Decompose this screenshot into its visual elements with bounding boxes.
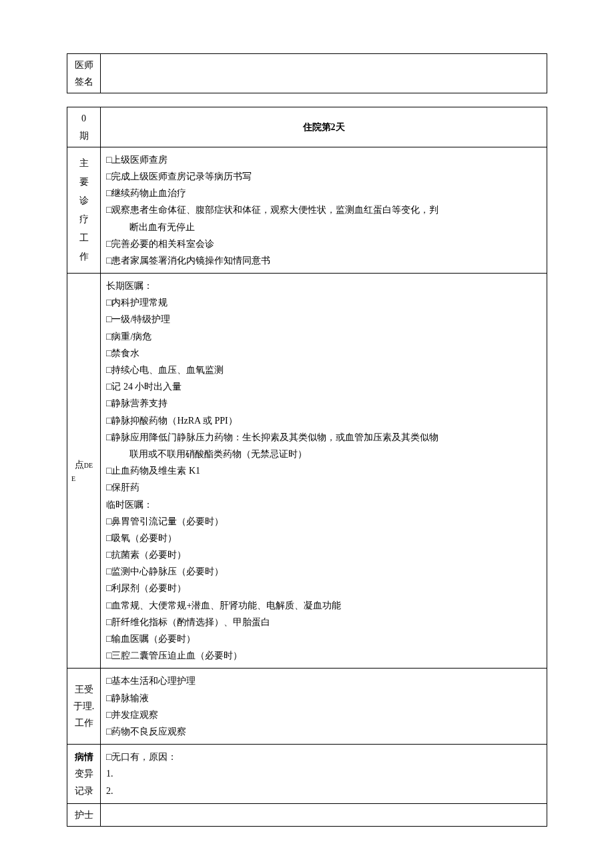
order-item: □禁食水 [106,345,541,362]
day-number: 2 [331,122,336,132]
order-item: □吸氧（必要时） [106,530,541,546]
doctor-signature-cell [101,54,547,93]
order-item: □保肝药 [106,479,541,496]
variance-label-cell: 病情 变异 记录 [67,745,101,804]
nursing-item: □静脉输液 [106,690,541,707]
date-label-cell: 0 期 [67,107,101,147]
variance-label-bold: 病情 [75,752,93,762]
nursing-item: □并发症观察 [106,707,541,723]
nurse-content-cell [101,803,547,826]
work-item: □观察患者生命体征、腹部症状和体征，观察大便性状，监测血红蛋白等变化，判 [106,201,541,218]
temp-header: 临时医嘱： [106,496,541,513]
order-item: □输血医嘱（必要时） [106,630,541,647]
doctor-signature-label: 医师 签名 [67,54,101,93]
nursing-item: □基本生活和心理护理 [106,673,541,689]
work-item: □继续药物止血治疗 [106,185,541,201]
nursing-item: □药物不良反应观察 [106,723,541,740]
day2-table: 0 期 住院第2天 主要诊疗工作 □上级医师查房 □完成上级医师查房记录等病历书… [67,107,547,827]
order-item: □持续心电、血压、血氧监测 [106,362,541,378]
work-item: □患者家属签署消化内镜操作知情同意书 [106,252,541,269]
order-item-indent: 联用或不联用硝酸酯类药物（无禁忌证时） [106,446,541,462]
nursing-content-cell: □基本生活和心理护理 □静脉输液 □并发症观察 □药物不良反应观察 [101,669,547,745]
variance-label-rest: 变异 记录 [75,769,93,795]
order-item: □一级/特级护理 [106,311,541,328]
order-item: □内科护理常规 [106,294,541,311]
orders-label-cell: 点DE E [67,274,101,669]
order-item: □肝纤维化指标（酌情选择）、甲胎蛋白 [106,614,541,630]
work-content-cell: □上级医师查房 □完成上级医师查房记录等病历书写 □继续药物止血治疗 □观察患者… [101,147,547,273]
order-item: □三腔二囊管压迫止血（必要时） [106,647,541,664]
orders-label-sub2: E [71,473,75,485]
day-header-prefix: 住院第 [303,122,331,132]
order-item: □利尿剂（必要时） [106,580,541,596]
order-item: □静脉抑酸药物（HzRA 或 PPI） [106,412,541,429]
order-item: □止血药物及维生素 K1 [106,462,541,479]
order-item: □抗菌素（必要时） [106,546,541,563]
order-item: □监测中心静脉压（必要时） [106,563,541,580]
work-label-text: 主要诊疗工作 [79,154,89,266]
order-item: □记 24 小时出入量 [106,378,541,395]
day-header-cell: 住院第2天 [101,107,547,147]
nursing-label-cell: 王受 于理. 工作 [67,669,101,745]
variance-content-cell: □无口有，原因： 1. 2. [101,745,547,804]
day-header-suffix: 天 [336,122,345,132]
order-item: □血常规、大便常规+潜血、肝肾功能、电解质、凝血功能 [106,597,541,614]
work-label-cell: 主要诊疗工作 [67,147,101,273]
order-item: □病重/病危 [106,328,541,345]
work-item: □上级医师查房 [106,151,541,168]
orders-content-cell: 长期医嘱： □内科护理常规 □一级/特级护理 □病重/病危 □禁食水 □持续心电… [101,274,547,669]
order-item: □静脉应用降低门静脉压力药物：生长抑素及其类似物，或血管加压素及其类似物 [106,429,541,446]
orders-label-1: 点 [75,460,84,470]
order-item: □静脉营养支持 [106,395,541,412]
work-item-indent: 断出血有无停止 [106,219,541,236]
work-item: □完善必要的相关科室会诊 [106,236,541,252]
order-item: □鼻胃管引流记量（必要时） [106,513,541,530]
work-item: □完成上级医师查房记录等病历书写 [106,168,541,185]
variance-item: □无口有，原因： [106,749,541,765]
long-term-header: 长期医嘱： [106,278,541,294]
signature-table: 医师 签名 [67,53,547,93]
nurse-label-cell: 护士 [67,803,101,826]
variance-item: 1. [106,765,541,782]
orders-label-sub1: DE [84,462,93,469]
variance-item: 2. [106,783,541,799]
